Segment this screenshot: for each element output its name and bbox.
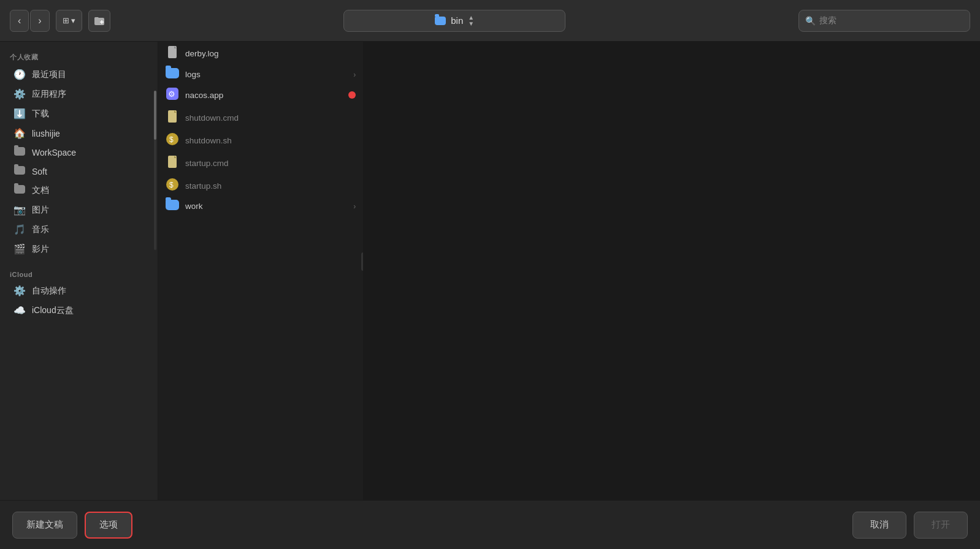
file-name: shutdown.cmd (185, 113, 356, 123)
svg-text:$: $ (169, 135, 174, 144)
path-stepper[interactable]: ▲ ▼ (468, 15, 474, 27)
file-panel-empty-1 (364, 42, 569, 500)
list-item[interactable]: work › (158, 197, 363, 216)
path-label: bin (451, 15, 463, 26)
view-options-button[interactable]: ⊞ ▾ (56, 10, 83, 32)
sidebar-item-home[interactable]: 🏠 liushijie (4, 124, 154, 143)
sidebar-item-downloads[interactable]: ⬇️ 下载 (4, 104, 154, 123)
list-item[interactable]: $ startup.sh (158, 175, 363, 197)
file-panel-bin: derby.log logs › ⚙ nacos.app (158, 42, 364, 500)
sh-file-icon: $ (166, 132, 179, 148)
file-name: logs (185, 70, 347, 79)
search-icon: 🔍 (805, 16, 816, 26)
sidebar-section-personal: 个人收藏 (0, 48, 158, 64)
sidebar-item-music[interactable]: 🎵 音乐 (4, 220, 154, 239)
path-bar[interactable]: bin ▲ ▼ (343, 10, 565, 32)
search-bar[interactable]: 🔍 搜索 (798, 10, 970, 32)
applications-icon: ⚙️ (13, 88, 26, 100)
recents-icon: 🕐 (13, 69, 26, 80)
sidebar: 个人收藏 🕐 最近项目 ⚙️ 应用程序 ⬇️ 下载 🏠 liushijie Wo… (0, 42, 158, 500)
file-panels: derby.log logs › ⚙ nacos.app (158, 42, 980, 500)
cancel-button[interactable]: 取消 (852, 512, 906, 539)
sidebar-item-label: 下载 (32, 108, 49, 119)
downloads-icon: ⬇️ (13, 108, 26, 119)
movies-icon: 🎬 (13, 243, 26, 255)
bottom-bar: 新建文稿 选项 取消 打开 (0, 500, 980, 549)
new-document-button[interactable]: 新建文稿 (12, 512, 77, 539)
home-icon: 🏠 (13, 127, 26, 139)
sidebar-item-recents[interactable]: 🕐 最近项目 (4, 65, 154, 84)
sidebar-item-label: 最近项目 (32, 69, 66, 80)
sidebar-item-label: liushijie (32, 129, 60, 138)
sidebar-item-label: 自动操作 (32, 286, 66, 297)
sidebar-item-documents[interactable]: 文档 (4, 181, 154, 200)
file-name: shutdown.sh (185, 136, 356, 145)
sidebar-item-movies[interactable]: 🎬 影片 (4, 240, 154, 259)
sidebar-item-label: Soft (32, 167, 47, 176)
file-name: derby.log (185, 49, 356, 58)
list-item[interactable]: $ shutdown.sh (158, 129, 363, 151)
folder-file-icon (166, 68, 179, 81)
file-name: nacos.app (185, 91, 342, 100)
app-file-icon: ⚙ (166, 87, 179, 103)
icloud-icon: ☁️ (13, 305, 26, 316)
nav-buttons: ‹ › (10, 10, 50, 32)
toolbar: ‹ › ⊞ ▾ bin ▲ ▼ 🔍 搜索 (0, 0, 980, 42)
file-panel-empty-3 (775, 42, 980, 500)
forward-button[interactable]: › (30, 10, 49, 32)
sidebar-item-label: WorkSpace (32, 148, 76, 157)
svg-text:$: $ (169, 181, 174, 189)
list-item[interactable]: derby.log (158, 42, 363, 65)
sidebar-item-label: 文档 (32, 185, 49, 196)
work-folder-icon (166, 200, 179, 213)
sidebar-item-label: 音乐 (32, 224, 49, 235)
pictures-icon: 📷 (13, 204, 26, 216)
file-panel-empty-2 (570, 42, 775, 500)
sidebar-item-workspace[interactable]: WorkSpace (4, 143, 154, 162)
soft-folder-icon (13, 166, 26, 177)
cmd-file-icon (166, 109, 179, 126)
doc-file-icon (166, 45, 179, 62)
sh2-file-icon: $ (166, 178, 179, 194)
list-item[interactable]: ⚙ nacos.app (158, 84, 363, 106)
running-indicator (348, 91, 356, 99)
new-folder-button[interactable] (88, 10, 110, 32)
automator-icon: ⚙️ (13, 285, 26, 297)
svg-text:⚙: ⚙ (168, 89, 175, 99)
sidebar-item-icloud-drive[interactable]: ☁️ iCloud云盘 (4, 301, 154, 320)
sidebar-item-applications[interactable]: ⚙️ 应用程序 (4, 85, 154, 104)
sidebar-scrollbar-track (154, 91, 156, 250)
search-placeholder: 搜索 (819, 15, 836, 26)
back-button[interactable]: ‹ (10, 10, 29, 32)
sidebar-item-soft[interactable]: Soft (4, 162, 154, 181)
file-name: startup.cmd (185, 159, 356, 168)
sidebar-item-label: iCloud云盘 (32, 305, 74, 316)
svg-rect-1 (94, 17, 99, 20)
open-button[interactable]: 打开 (914, 512, 968, 539)
chevron-right-icon: › (353, 70, 356, 79)
sidebar-item-label: 图片 (32, 205, 49, 216)
file-name: startup.sh (185, 181, 356, 191)
sidebar-section-icloud: iCloud (0, 266, 158, 281)
list-item[interactable]: logs › (158, 65, 363, 84)
sidebar-item-pictures[interactable]: 📷 图片 (4, 200, 154, 219)
options-button[interactable]: 选项 (85, 512, 132, 539)
main-area: 个人收藏 🕐 最近项目 ⚙️ 应用程序 ⬇️ 下载 🏠 liushijie Wo… (0, 42, 980, 500)
documents-folder-icon (13, 185, 26, 196)
sidebar-scrollbar-thumb[interactable] (154, 91, 156, 140)
list-item[interactable]: shutdown.cmd (158, 106, 363, 129)
sidebar-item-label: 影片 (32, 244, 49, 255)
sidebar-item-automator[interactable]: ⚙️ 自动操作 (4, 281, 154, 300)
file-name: work (185, 202, 347, 211)
workspace-folder-icon (13, 147, 26, 158)
list-item[interactable]: startup.cmd (158, 151, 363, 175)
path-folder-icon (435, 17, 446, 25)
chevron-right-icon: › (353, 202, 356, 211)
sidebar-item-label: 应用程序 (32, 89, 66, 100)
bottom-right-buttons: 取消 打开 (852, 512, 968, 539)
cmd2-file-icon (166, 154, 179, 172)
music-icon: 🎵 (13, 224, 26, 235)
